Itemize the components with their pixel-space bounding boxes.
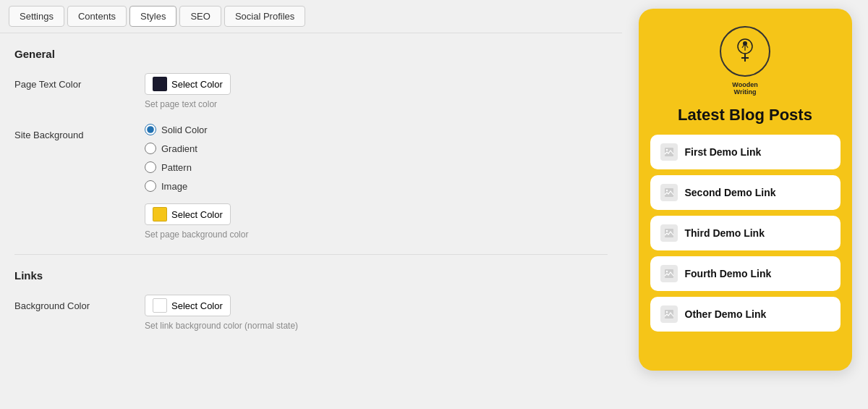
tab-bar: Settings Contents Styles SEO Social Prof… [0, 0, 622, 33]
demo-link-2: Second Demo Link [650, 175, 841, 210]
site-background-row: Site Background Solid Color Gradient [14, 124, 608, 240]
tab-settings[interactable]: Settings [9, 6, 64, 27]
demo-link-2-icon [660, 184, 678, 201]
svg-point-8 [665, 149, 667, 151]
page-text-color-hint: Set page text color [145, 99, 608, 109]
demo-links-list: First Demo Link Second Demo Link Third D… [650, 135, 841, 332]
page-text-color-row: Page Text Color Select Color Set page te… [14, 73, 608, 109]
demo-link-1: First Demo Link [650, 135, 841, 169]
site-background-color-button-label: Select Color [171, 209, 223, 220]
svg-point-14 [665, 271, 667, 272]
site-background-control: Solid Color Gradient Pattern Image [145, 124, 608, 240]
image-placeholder-icon-4 [664, 269, 674, 279]
tab-contents[interactable]: Contents [67, 6, 127, 27]
tab-social-profiles[interactable]: Social Profiles [224, 6, 305, 27]
demo-link-3-text: Third Demo Link [685, 227, 765, 239]
radio-gradient-label: Gradient [161, 143, 197, 154]
radio-image-label: Image [161, 181, 187, 192]
radio-solid-color-input[interactable] [145, 124, 156, 135]
svg-point-16 [665, 311, 667, 313]
radio-pattern-input[interactable] [145, 161, 156, 173]
logo-icon [734, 38, 756, 63]
page-text-color-control: Select Color Set page text color [145, 73, 608, 109]
demo-link-3: Third Demo Link [650, 216, 841, 250]
site-background-label: Site Background [14, 124, 145, 140]
page-text-color-label: Page Text Color [14, 73, 145, 90]
demo-link-3-icon [660, 224, 678, 242]
radio-pattern-label: Pattern [161, 162, 192, 173]
radio-solid-color-label: Solid Color [161, 125, 208, 135]
links-background-color-control: Select Color Set link background color (… [145, 295, 608, 331]
section-divider [14, 254, 608, 255]
page-text-color-button[interactable]: Select Color [145, 73, 231, 95]
radio-image[interactable]: Image [145, 180, 608, 192]
site-background-color-swatch [153, 207, 167, 222]
links-background-color-label: Background Color [14, 295, 145, 311]
logo-circle [720, 26, 770, 77]
links-background-color-button-label: Select Color [171, 300, 223, 311]
demo-link-1-icon [660, 143, 678, 161]
demo-link-4: Fourth Demo Link [650, 256, 841, 291]
page-text-color-button-label: Select Color [171, 79, 223, 90]
svg-point-12 [665, 230, 667, 232]
radio-pattern[interactable]: Pattern [145, 161, 608, 173]
tab-seo[interactable]: SEO [179, 6, 221, 27]
demo-link-2-text: Second Demo Link [685, 187, 776, 198]
image-placeholder-icon-3 [664, 228, 674, 238]
links-section-title: Links [14, 269, 608, 282]
image-placeholder-icon-2 [664, 187, 674, 198]
demo-link-5-text: Other Demo Link [685, 308, 767, 320]
tab-styles[interactable]: Styles [129, 6, 176, 27]
radio-solid-color[interactable]: Solid Color [145, 124, 608, 135]
site-background-hint: Set page background color [145, 229, 608, 240]
links-background-color-hint: Set link background color (normal state) [145, 321, 608, 331]
demo-link-1-text: First Demo Link [685, 146, 762, 158]
radio-image-input[interactable] [145, 180, 156, 192]
preview-title: Latest Blog Posts [678, 106, 812, 125]
site-background-radio-group: Solid Color Gradient Pattern Image [145, 124, 608, 192]
demo-link-4-text: Fourth Demo Link [685, 268, 772, 279]
demo-link-5-icon [660, 305, 678, 323]
radio-gradient[interactable]: Gradient [145, 143, 608, 154]
phone-preview: Wooden Writing Latest Blog Posts First D… [639, 9, 852, 371]
image-placeholder-icon [664, 147, 674, 157]
image-placeholder-icon-5 [664, 309, 674, 319]
preview-panel: Wooden Writing Latest Blog Posts First D… [622, 0, 868, 409]
svg-point-10 [665, 190, 667, 191]
links-background-color-button[interactable]: Select Color [145, 295, 231, 316]
radio-gradient-input[interactable] [145, 143, 156, 154]
page-text-color-swatch [153, 77, 167, 91]
site-background-color-button[interactable]: Select Color [145, 203, 231, 225]
links-background-color-row: Background Color Select Color Set link b… [14, 295, 608, 331]
links-background-color-swatch [153, 298, 167, 313]
demo-link-5: Other Demo Link [650, 297, 841, 332]
logo-text: Wooden Writing [732, 81, 757, 96]
general-section-title: General [14, 48, 608, 60]
demo-link-4-icon [660, 265, 678, 282]
